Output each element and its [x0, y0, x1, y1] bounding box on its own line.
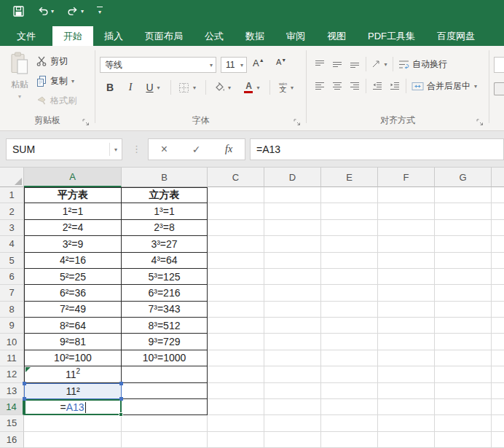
cell-C3[interactable] [208, 220, 264, 236]
cell-A9[interactable]: 8²=64 [24, 318, 122, 334]
cell-D14[interactable] [264, 399, 321, 415]
cell-F8[interactable] [378, 302, 435, 318]
save-button[interactable] [10, 4, 27, 19]
align-center-button[interactable] [328, 78, 346, 94]
cell-F1[interactable] [378, 187, 435, 203]
cell-A14[interactable]: =A13 [24, 399, 122, 415]
cell-partial-16[interactable] [492, 432, 504, 448]
cell-C15[interactable] [208, 415, 264, 431]
row-header-6[interactable]: 6 [0, 269, 24, 285]
orientation-button[interactable]: ▾ [369, 56, 390, 72]
cell-partial-1[interactable] [492, 187, 504, 203]
select-all-corner[interactable] [0, 168, 24, 187]
cell-A13[interactable]: 11² [24, 383, 122, 399]
insert-function-button[interactable]: fx [225, 144, 232, 155]
cell-C9[interactable] [208, 318, 264, 334]
cell-A3[interactable]: 2²=4 [24, 220, 122, 236]
cell-G6[interactable] [435, 269, 492, 285]
cell-E13[interactable] [321, 383, 378, 399]
tab-view[interactable]: 视图 [316, 26, 357, 46]
cell-D2[interactable] [264, 203, 321, 219]
cell-partial-6[interactable] [492, 269, 504, 285]
row-header-16[interactable]: 16 [0, 432, 24, 448]
cell-D8[interactable] [264, 302, 321, 318]
number-style-button-partial[interactable] [494, 82, 504, 95]
reference-handle[interactable] [119, 382, 123, 385]
cell-partial-10[interactable] [492, 334, 504, 350]
cell-G9[interactable] [435, 318, 492, 334]
cell-partial-3[interactable] [492, 220, 504, 236]
cell-E7[interactable] [321, 285, 378, 301]
orientation-dropdown-icon[interactable]: ▾ [384, 61, 387, 68]
cell-G15[interactable] [435, 415, 492, 431]
phonetic-guide-button[interactable]: wén 文 ▾ [273, 79, 299, 96]
cell-E6[interactable] [321, 269, 378, 285]
cell-F2[interactable] [378, 203, 435, 219]
row-header-7[interactable]: 7 [0, 285, 24, 301]
paste-dropdown-icon[interactable]: ▾ [18, 93, 21, 100]
row-header-12[interactable]: 12 [0, 366, 24, 382]
cell-B10[interactable]: 9³=729 [122, 334, 208, 350]
copy-button[interactable]: 复制 ▾ [36, 73, 74, 89]
cell-E8[interactable] [321, 302, 378, 318]
cell-F9[interactable] [378, 318, 435, 334]
cell-D7[interactable] [264, 285, 321, 301]
cell-D5[interactable] [264, 253, 321, 269]
cell-partial-7[interactable] [492, 285, 504, 301]
fill-color-button[interactable]: ▾ [209, 79, 235, 96]
cell-A10[interactable]: 9²=81 [24, 334, 122, 350]
increase-indent-button[interactable] [386, 78, 403, 94]
row-header-8[interactable]: 8 [0, 302, 24, 318]
cell-E11[interactable] [321, 350, 378, 366]
cell-A8[interactable]: 7²=49 [24, 302, 122, 318]
cell-E9[interactable] [321, 318, 378, 334]
wrap-text-button[interactable]: 自动换行 [398, 58, 447, 71]
borders-dropdown-icon[interactable]: ▾ [193, 85, 196, 91]
reference-handle[interactable] [23, 382, 26, 385]
format-painter-button[interactable]: 格式刷 [36, 93, 76, 109]
cell-D3[interactable] [264, 220, 321, 236]
reference-handle[interactable] [23, 397, 26, 401]
col-header-C[interactable]: C [208, 168, 264, 187]
cell-A15[interactable] [24, 415, 122, 431]
tab-home[interactable]: 开始 [52, 26, 93, 46]
row-header-11[interactable]: 11 [0, 350, 24, 366]
cell-C8[interactable] [208, 302, 264, 318]
font-color-button[interactable]: A ▾ [240, 79, 264, 96]
cell-B4[interactable]: 3³=27 [122, 236, 208, 252]
align-right-button[interactable] [346, 78, 363, 94]
cell-F3[interactable] [378, 220, 435, 236]
cell-D9[interactable] [264, 318, 321, 334]
cell-C1[interactable] [208, 187, 264, 203]
merge-center-dropdown-icon[interactable]: ▾ [474, 83, 477, 90]
row-header-2[interactable]: 2 [0, 203, 24, 219]
cell-partial-15[interactable] [492, 415, 504, 431]
cell-partial-11[interactable] [492, 350, 504, 366]
cell-E16[interactable] [321, 432, 378, 448]
cell-C14[interactable] [208, 399, 264, 415]
fill-handle[interactable] [119, 412, 123, 417]
tab-insert[interactable]: 插入 [93, 26, 134, 46]
cell-C7[interactable] [208, 285, 264, 301]
formula-input[interactable]: =A13 [250, 138, 504, 160]
cell-C12[interactable] [208, 366, 264, 382]
cell-E15[interactable] [321, 415, 378, 431]
cell-G3[interactable] [435, 220, 492, 236]
align-bottom-button[interactable] [346, 56, 363, 72]
cell-E1[interactable] [321, 187, 378, 203]
cell-C13[interactable] [208, 383, 264, 399]
cell-E12[interactable] [321, 366, 378, 382]
cell-B16[interactable] [122, 432, 208, 448]
tab-page-layout[interactable]: 页面布局 [134, 26, 194, 46]
alignment-dialog-launcher[interactable] [476, 119, 484, 126]
cell-G1[interactable] [435, 187, 492, 203]
underline-button[interactable]: U ▾ [141, 79, 165, 96]
clipboard-dialog-launcher[interactable] [82, 119, 90, 126]
tab-pdf-tools[interactable]: PDF工具集 [357, 26, 426, 46]
row-header-3[interactable]: 3 [0, 220, 24, 236]
redo-dropdown-icon[interactable]: ▾ [81, 8, 84, 15]
row-header-9[interactable]: 9 [0, 318, 24, 334]
cell-B6[interactable]: 5³=125 [122, 269, 208, 285]
cell-D6[interactable] [264, 269, 321, 285]
row-header-13[interactable]: 13 [0, 383, 24, 399]
